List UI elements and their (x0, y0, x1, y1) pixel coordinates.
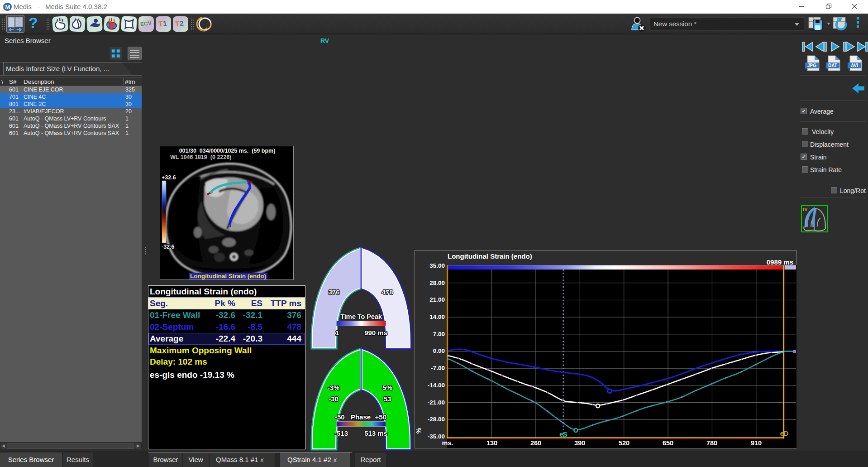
svg-text:M: M (5, 4, 10, 10)
svg-text:DAT: DAT (828, 63, 837, 68)
svg-text:AVI: AVI (851, 63, 858, 68)
svg-text:JPG: JPG (807, 63, 816, 68)
